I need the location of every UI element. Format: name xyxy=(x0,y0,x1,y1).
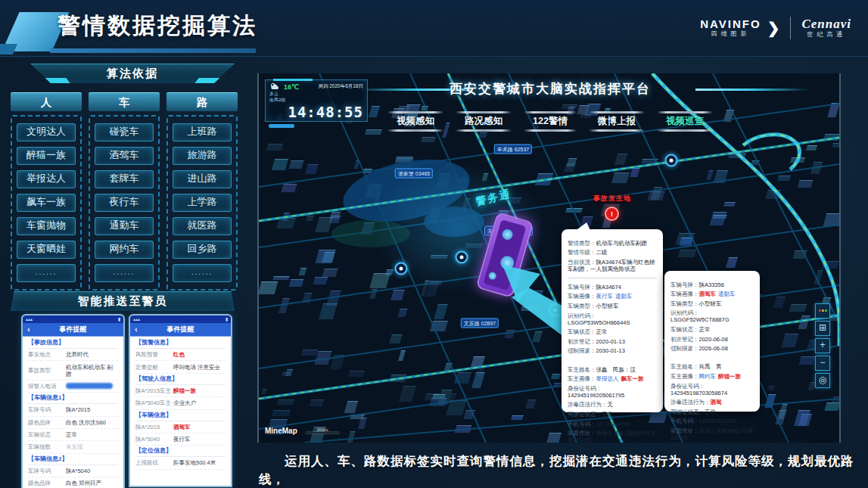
field-value: 未发现 xyxy=(66,443,118,450)
profile-tag: 飙车一族 xyxy=(621,375,644,382)
phone-field-row: 陕A*2015酒驾车 xyxy=(135,421,226,434)
field-value: 呼叫电话 注意安全 xyxy=(173,364,226,371)
algorithm-basis-title: 算法依据 xyxy=(107,67,158,81)
card-field-row: 驾驶证状态：正常 xyxy=(670,409,754,415)
card-field-value: 2020-06-08 xyxy=(699,336,728,343)
phone-field-row: 上报路线距事发地500.4米 xyxy=(135,457,226,469)
tag-button[interactable]: 上班路 xyxy=(173,123,232,141)
card-field-label: 车辆画像： xyxy=(670,291,699,297)
card-divider xyxy=(568,278,657,278)
banner-corner-accent xyxy=(40,78,70,83)
field-label: 车辆指数 xyxy=(28,443,66,450)
field-label: 颜色品牌 xyxy=(28,480,66,486)
field-value: 北辰时代 xyxy=(66,351,118,358)
tag-button[interactable]: 上学路 xyxy=(173,194,232,212)
card-field-row: 识别代码：LSGGF52W5CT8887G xyxy=(670,309,754,323)
slide-root: 警情数据挖掘算法 NAVINFO 四维图新 ❯ Cennavi 世纪高通 算法依… xyxy=(0,0,868,488)
card-field-label: 车辆状态： xyxy=(670,326,699,333)
field-label: 定量提醒 xyxy=(135,364,173,371)
tag-button[interactable]: 飙车一族 xyxy=(17,194,76,212)
field-value: 距事发地500.4米 xyxy=(173,459,226,466)
tag-button[interactable]: ...... xyxy=(17,264,76,282)
card-field-value: 陕A34674 xyxy=(596,284,621,291)
legend-button[interactable] xyxy=(815,303,830,319)
field-value: 陕A*2015 xyxy=(66,406,118,413)
field-label: 陕A*2015 xyxy=(135,424,173,430)
phone-section-header: 【事故信息】 xyxy=(28,337,118,349)
field-label: 事发地点 xyxy=(28,351,66,358)
phone-field-row: 车牌号码陕A*5040 xyxy=(28,465,118,477)
tag-button[interactable]: 套牌车 xyxy=(95,170,154,188)
card-field-row: 涉毒违法行为：无 xyxy=(568,401,657,408)
card-field-row: 强制报废：2030-01-13 xyxy=(568,347,657,354)
field-label: 事故类型 xyxy=(28,367,66,374)
field-value: 陕A*5040 xyxy=(66,468,118,474)
card-field-row: 初次登记：2020-01-13 xyxy=(568,338,657,345)
card-field-value: 酒驾 xyxy=(711,399,722,406)
field-label: 车牌号码 xyxy=(28,468,66,474)
zoom-in-button[interactable]: + xyxy=(815,338,830,353)
tag-button[interactable]: 天窗晒娃 xyxy=(17,241,76,259)
tag-button[interactable]: 网约车 xyxy=(95,241,154,259)
tag-button[interactable]: 就医路 xyxy=(173,217,232,235)
phone-status-bar: ▴▴▴▮ xyxy=(23,315,123,323)
profile-tag: 夜行车 xyxy=(596,293,614,300)
phone-section-header: 【定位信息】 xyxy=(135,446,226,457)
tag-button[interactable]: 回乡路 xyxy=(173,241,232,259)
battery-icon: ▮ xyxy=(226,315,228,323)
card-field-label: 车辆类型： xyxy=(670,300,699,307)
card-field-label: 车辆号牌： xyxy=(568,284,596,291)
tag-button[interactable]: 通勤车 xyxy=(95,217,154,235)
card-field-label: 当前状况： xyxy=(568,259,596,266)
phone-field-row: 事发地点北辰时代 xyxy=(28,349,118,361)
tag-button[interactable]: 举报达人 xyxy=(17,170,76,188)
phone-field-row: 车牌号码陕A*2015 xyxy=(28,404,118,416)
card-field-label: 识别代码： xyxy=(568,312,596,319)
smart-push-banner: 智能推送至警员 xyxy=(11,291,235,311)
card-field-value: 正常 xyxy=(699,326,711,333)
tag-button[interactable]: 车窗抛物 xyxy=(17,217,76,235)
column-header: 人 xyxy=(11,92,82,111)
card-field-label: 初次登记： xyxy=(670,336,699,343)
tag-button[interactable]: 醉猫一族 xyxy=(17,147,76,165)
tag-button[interactable]: 碰瓷车 xyxy=(95,123,154,141)
locate-button[interactable]: ◎ xyxy=(815,373,830,388)
zoom-out-button[interactable]: − xyxy=(815,356,830,371)
field-value: 白色 郑州日产 xyxy=(66,480,118,486)
tag-button[interactable]: 酒驾车 xyxy=(95,147,154,165)
tag-button[interactable]: ...... xyxy=(173,264,232,282)
field-value: 醉猫一族 xyxy=(173,387,226,394)
back-icon[interactable]: ‹ xyxy=(27,323,30,335)
command-platform-map: 西安交警城市大脑实战指挥平台 16℃ 周四 2020年6月18日 多云 南风2级… xyxy=(257,73,841,443)
field-label: 风险预警 xyxy=(135,351,173,358)
phone-screen-title: 事件提醒 xyxy=(167,325,194,334)
phone-field-row: 事故类型机动车和机动车 剐蹭 xyxy=(28,361,118,380)
card-field-label: 警情等级： xyxy=(568,249,596,256)
title-underline xyxy=(50,48,256,53)
back-icon[interactable]: ‹ xyxy=(135,323,138,335)
card-field-row: 身份证号码：142945199205061795 xyxy=(568,385,657,399)
tag-button[interactable]: 进山路 xyxy=(173,170,232,188)
logo-separator xyxy=(790,17,791,39)
card-field-value: 肖禹 男 xyxy=(699,363,722,370)
phone-body: 【预警信息】风险预警红色定量提醒呼叫电话 注意安全【驾驶人信息】陕A*2015车… xyxy=(130,337,231,471)
card-field-value: 陕A33356 xyxy=(699,281,724,288)
navinfo-arrow-icon: ❯ xyxy=(767,19,780,37)
tag-button[interactable]: 旅游路 xyxy=(173,147,232,165)
tag-button[interactable]: 文明达人 xyxy=(17,123,76,141)
field-value: 夜行车 xyxy=(173,436,226,443)
card-field-row: 车辆类型：小型轿车 xyxy=(670,300,754,307)
card-field-row: 初次登记：2020-06-08 xyxy=(670,336,754,343)
card-field-row: 驾驶证状态：正常 xyxy=(568,411,657,418)
field-value: 正常 xyxy=(66,431,118,438)
tag-button[interactable]: ...... xyxy=(95,264,154,282)
column-header: 路 xyxy=(166,92,238,111)
minemap-watermark[interactable]: MineMap xyxy=(265,427,297,435)
card-field-value: 小型轿车 xyxy=(699,300,722,307)
legend-dot xyxy=(819,309,821,312)
phone-section-header: 【驾驶人信息】 xyxy=(135,374,226,385)
cennavi-logo: Cennavi 世纪高通 xyxy=(801,17,851,38)
layers-button[interactable]: ⊞ xyxy=(815,321,830,336)
tag-button[interactable]: 夜行车 xyxy=(95,194,154,212)
field-label: 陕A*2015车主 xyxy=(135,387,173,394)
